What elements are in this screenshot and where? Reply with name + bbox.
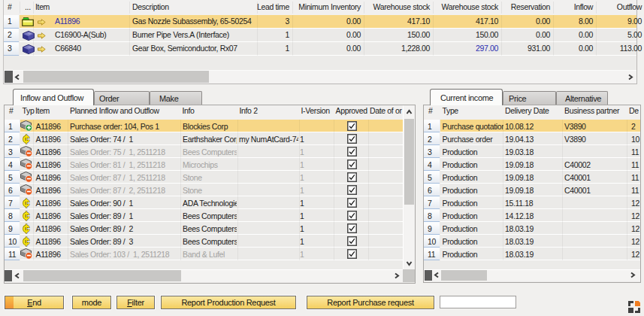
svg-text:¢: ¢ — [23, 235, 30, 248]
svg-text:¢: ¢ — [23, 197, 30, 209]
svg-text:¢: ¢ — [23, 223, 30, 235]
svg-text:¢: ¢ — [23, 210, 30, 222]
svg-text:¢: ¢ — [23, 133, 30, 145]
